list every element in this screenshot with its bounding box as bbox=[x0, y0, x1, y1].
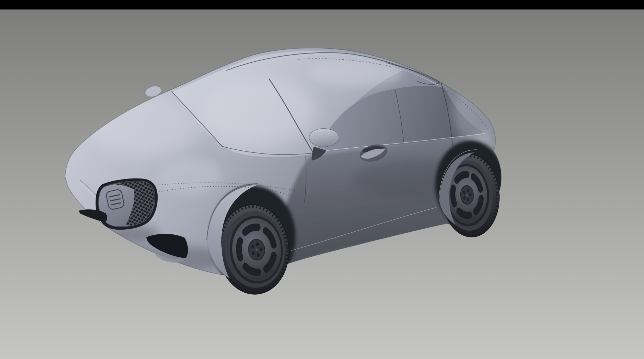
roof-highlight bbox=[308, 59, 403, 87]
windshield-highlight bbox=[198, 76, 317, 147]
car-model-render bbox=[0, 0, 644, 359]
cad-3d-viewport[interactable] bbox=[0, 0, 644, 359]
fender-highlight bbox=[158, 157, 222, 195]
side-mirror bbox=[309, 129, 339, 147]
letterbox-top bbox=[0, 0, 644, 9]
